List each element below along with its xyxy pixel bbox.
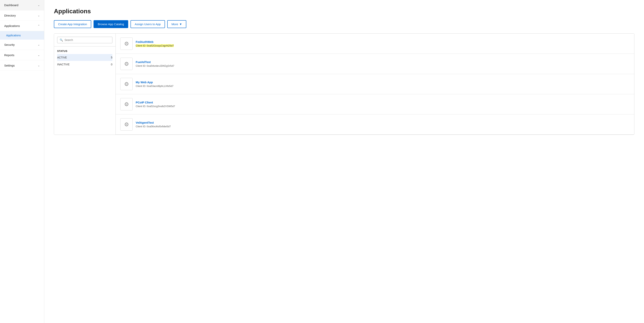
app-name[interactable]: My Web App xyxy=(136,80,630,84)
app-item[interactable]: ⚙FedAuthWebClient ID: 0oa52OzsquCiqjvN25… xyxy=(116,34,634,54)
app-icon-button[interactable]: ⚙ xyxy=(120,98,132,110)
content-area: 🔍 STATUS ACTIVE 5 INACTIVE 0 ⚙FedAuthWeb… xyxy=(54,33,634,135)
app-client-id: Client ID: 0oa52OzsquCiqjvN25d7 xyxy=(136,44,630,47)
more-chevron-icon: ▼ xyxy=(179,22,182,26)
sidebar: Dashboard ⌄ Directory ⌄ Applications ⌃ A… xyxy=(0,0,44,323)
sidebar-item-directory[interactable]: Directory ⌄ xyxy=(0,10,44,21)
app-icon-button[interactable]: ⚙ xyxy=(120,37,132,50)
gear-icon: ⚙ xyxy=(124,101,129,107)
sidebar-item-dashboard[interactable]: Dashboard ⌄ xyxy=(0,0,44,10)
create-app-integration-button[interactable]: Create App Integration xyxy=(54,20,91,28)
filter-label-inactive: INACTIVE xyxy=(57,63,70,66)
app-client-id: Client ID: 0oa52ocg3nulb2VSW5d7 xyxy=(136,105,630,108)
filter-section: STATUS ACTIVE 5 INACTIVE 0 xyxy=(54,46,116,71)
sidebar-label-applications: Applications xyxy=(4,24,20,27)
app-item[interactable]: ⚙PCoIP ClientClient ID: 0oa52ocg3nulb2VS… xyxy=(116,94,634,114)
highlighted-client-id: Client ID: 0oa52OzsquCiqjvN25d7 xyxy=(136,44,174,47)
search-icon: 🔍 xyxy=(60,38,63,41)
gear-icon: ⚙ xyxy=(124,40,129,47)
filter-panel: 🔍 STATUS ACTIVE 5 INACTIVE 0 xyxy=(54,34,116,135)
sidebar-item-reports[interactable]: Reports ⌄ xyxy=(0,50,44,60)
app-name[interactable]: FuaVelTest xyxy=(136,60,630,64)
sidebar-label-dashboard: Dashboard xyxy=(4,3,18,7)
more-label: More xyxy=(172,22,178,26)
app-name[interactable]: VelAgentTest xyxy=(136,121,630,124)
app-item[interactable]: ⚙FuaVelTestClient ID: 0oa5rbzdevJDKEgSr5… xyxy=(116,54,634,74)
filter-row-inactive[interactable]: INACTIVE 0 xyxy=(57,61,112,68)
chevron-down-icon: ⌄ xyxy=(38,14,40,17)
app-icon-button[interactable]: ⚙ xyxy=(120,118,132,131)
search-input-wrapper: 🔍 xyxy=(57,37,112,43)
app-info: VelAgentTestClient ID: 0oa56xofiol5xfidw… xyxy=(136,121,630,128)
filter-header: STATUS xyxy=(57,50,112,52)
app-item[interactable]: ⚙My Web AppClient ID: 0oa53acrd6phLLKfe5… xyxy=(116,74,634,94)
gear-icon: ⚙ xyxy=(124,81,129,87)
app-list: ⚙FedAuthWebClient ID: 0oa52OzsquCiqjvN25… xyxy=(116,34,634,135)
app-info: FuaVelTestClient ID: 0oa5rbzdevJDKEgSr5d… xyxy=(136,60,630,67)
app-name[interactable]: PCoIP Client xyxy=(136,101,630,104)
sidebar-label-settings: Settings xyxy=(4,64,15,67)
app-info: FedAuthWebClient ID: 0oa52OzsquCiqjvN25d… xyxy=(136,40,630,47)
browse-app-catalog-button[interactable]: Browse App Catalog xyxy=(94,20,128,28)
sidebar-item-security[interactable]: Security ⌄ xyxy=(0,40,44,50)
gear-icon: ⚙ xyxy=(124,61,129,67)
app-info: PCoIP ClientClient ID: 0oa52ocg3nulb2VSW… xyxy=(136,101,630,108)
chevron-down-icon: ⌄ xyxy=(38,4,40,6)
sidebar-item-settings[interactable]: Settings ⌄ xyxy=(0,60,44,71)
sidebar-label-directory: Directory xyxy=(4,14,16,17)
sidebar-sub-label-applications: Applications xyxy=(6,34,21,37)
app-client-id: Client ID: 0oa53acrd6phLLKfe5d7 xyxy=(136,85,630,87)
app-icon-button[interactable]: ⚙ xyxy=(120,78,132,90)
sidebar-label-security: Security xyxy=(4,43,15,46)
app-name[interactable]: FedAuthWeb xyxy=(136,40,630,43)
search-box: 🔍 xyxy=(54,34,116,46)
app-item[interactable]: ⚙VelAgentTestClient ID: 0oa56xofiol5xfid… xyxy=(116,114,634,135)
filter-row-active[interactable]: ACTIVE 5 xyxy=(57,54,112,61)
main-content: Applications Create App Integration Brow… xyxy=(44,0,644,323)
toolbar: Create App Integration Browse App Catalo… xyxy=(54,20,634,28)
sidebar-label-reports: Reports xyxy=(4,53,14,57)
gear-icon: ⚙ xyxy=(124,121,129,128)
chevron-down-icon: ⌄ xyxy=(38,54,40,56)
sidebar-sub-item-applications[interactable]: Applications xyxy=(0,31,44,40)
filter-label-active: ACTIVE xyxy=(57,56,67,59)
chevron-down-icon: ⌄ xyxy=(38,43,40,46)
search-input[interactable] xyxy=(64,38,110,41)
sidebar-item-applications[interactable]: Applications ⌃ xyxy=(0,21,44,31)
app-client-id: Client ID: 0oa5rbzdevJDKEgSr5d7 xyxy=(136,64,630,67)
app-client-id: Client ID: 0oa56xofiol5xfidw5d7 xyxy=(136,125,630,128)
filter-count-inactive: 0 xyxy=(111,63,112,66)
chevron-up-icon: ⌃ xyxy=(38,24,40,27)
app-info: My Web AppClient ID: 0oa53acrd6phLLKfe5d… xyxy=(136,80,630,87)
app-icon-button[interactable]: ⚙ xyxy=(120,58,132,70)
filter-count-active: 5 xyxy=(111,56,112,59)
assign-users-to-app-button[interactable]: Assign Users to App xyxy=(130,20,165,28)
chevron-down-icon: ⌄ xyxy=(38,64,40,67)
more-button[interactable]: More ▼ xyxy=(167,20,186,28)
page-title: Applications xyxy=(54,8,634,15)
